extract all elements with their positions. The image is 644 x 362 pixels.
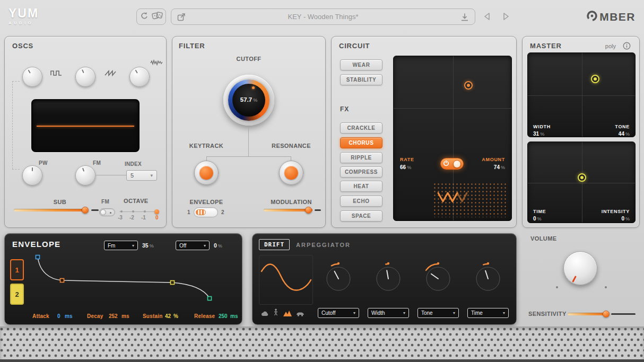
xy-pad-handle[interactable] (591, 75, 599, 83)
octave-tick[interactable] (120, 210, 123, 213)
envelope-graph[interactable] (29, 253, 236, 312)
decay-value[interactable]: 252 (109, 313, 118, 319)
preset-name[interactable]: KEY - Wooden Things* (171, 9, 475, 24)
envelope-mod-target-2-select[interactable]: Off (176, 241, 210, 250)
envelope-option-2[interactable]: 2 (221, 209, 224, 215)
logo-subtext: AUDIO (8, 21, 39, 25)
randomize-dice-icon[interactable] (152, 11, 163, 23)
fx-echo-button[interactable]: ECHO (340, 196, 382, 207)
drift-amount-knob-3[interactable] (421, 262, 455, 296)
brand-text: MBER (599, 11, 636, 23)
power-icon (443, 159, 449, 169)
fx-heat-button[interactable]: HEAT (340, 181, 382, 192)
drift-amount-knob-4[interactable] (471, 262, 505, 296)
sub-slider-thumb[interactable] (82, 207, 89, 214)
rate-value: 66% (400, 164, 411, 170)
fm-switch-label: FM (101, 199, 109, 205)
drift-amount-knob-1[interactable] (321, 262, 355, 296)
preset-browser-bar[interactable]: KEY - Wooden Things* (171, 8, 475, 25)
envelope-tab-2[interactable]: 2 (10, 284, 24, 305)
decay-label: Decay (87, 313, 103, 319)
octave-tick[interactable] (144, 210, 146, 213)
intensity-value: 0% (621, 216, 630, 222)
decay-handle[interactable] (60, 279, 64, 282)
mod-route-line (12, 81, 20, 82)
resonance-knob[interactable] (279, 161, 303, 185)
osc3-level-knob[interactable] (129, 67, 150, 87)
fx-label: FX (340, 105, 349, 113)
envelope-option-1[interactable]: 1 (187, 209, 190, 215)
width-tone-xy-pad[interactable]: WIDTH 31% TONE 44% (527, 52, 636, 137)
filter-envelope-switch[interactable] (194, 207, 218, 217)
time-intensity-xy-pad[interactable]: TIME 0% INTENSITY 0% (527, 142, 636, 223)
xy-pad-handle[interactable] (464, 81, 473, 90)
drift-target-1-select[interactable]: Cutoff (318, 308, 359, 318)
mod-route-line (12, 81, 13, 169)
voice-mode-selector[interactable]: poly (605, 43, 616, 49)
sensitivity-slider-thumb[interactable] (603, 311, 610, 317)
drift-target-3-select[interactable]: Tone (417, 308, 459, 318)
drift-target-2-select[interactable]: Width (368, 308, 409, 318)
stability-button[interactable]: STABILITY (340, 74, 382, 85)
tab-arpeggiator[interactable]: ARPEGGIATOR (296, 242, 351, 248)
wear-button[interactable]: WEAR (340, 59, 382, 70)
envelope-mod-target-1-select[interactable]: Fm (104, 241, 138, 250)
synth-plugin-window: YUM AUDIO KEY - Wooden Things* MBER OSCS (0, 0, 644, 362)
drift-mode-mountain-icon[interactable] (283, 309, 292, 319)
prev-preset-button[interactable] (483, 12, 491, 23)
drift-mode-person-icon[interactable] (273, 308, 279, 318)
sustain-value[interactable]: 42 (165, 313, 171, 319)
octave-minus2[interactable]: -2 (129, 215, 134, 220)
sustain-handle[interactable] (171, 281, 175, 285)
logo-text: YUM (8, 6, 39, 21)
next-preset-button[interactable] (502, 12, 510, 23)
fm-knob[interactable] (75, 165, 95, 186)
keytrack-knob[interactable] (194, 161, 219, 185)
fx-compress-button[interactable]: COMPRESS (340, 166, 382, 178)
pad-crosshair-v (582, 142, 582, 223)
octave-minus3[interactable]: -3 (118, 215, 123, 220)
attack-handle[interactable] (36, 255, 40, 259)
pw-knob[interactable] (22, 165, 42, 186)
chorus-xy-pad[interactable]: RATE 66% AMOUNT 74% (393, 56, 512, 221)
sub-slider[interactable] (14, 206, 99, 214)
fx-power-toggle[interactable] (440, 158, 464, 170)
modulation-slider[interactable] (264, 206, 322, 214)
info-icon[interactable] (623, 42, 631, 52)
index-select[interactable]: 5 (126, 170, 157, 181)
osc2-level-knob[interactable] (75, 67, 95, 87)
power-toggle-knob[interactable] (453, 160, 461, 168)
drift-mode-car-icon[interactable] (296, 310, 304, 319)
save-download-icon[interactable] (460, 12, 469, 24)
drift-mode-cloud-icon[interactable] (261, 310, 269, 319)
sensitivity-slider[interactable] (568, 310, 637, 317)
attack-unit: ms (65, 313, 72, 319)
osc1-level-knob[interactable] (22, 67, 42, 87)
volume-knob[interactable] (563, 251, 597, 285)
keytrack-label: KEYTRACK (185, 143, 228, 149)
octave-zero[interactable]: 0 (155, 215, 159, 220)
fx-chorus-button[interactable]: CHORUS (340, 137, 382, 148)
cutoff-knob[interactable]: 57.7 % (223, 75, 274, 126)
undo-icon[interactable] (140, 11, 149, 23)
fm-toggle[interactable] (99, 208, 115, 216)
envelope-switch-knob[interactable] (196, 209, 206, 215)
xy-pad-handle[interactable] (578, 173, 586, 182)
release-handle[interactable] (208, 297, 212, 301)
fx-crackle-button[interactable]: CRACKLE (340, 122, 382, 134)
octave-tick[interactable] (132, 210, 134, 213)
fx-ripple-button[interactable]: RIPPLE (340, 152, 382, 163)
fx-space-button[interactable]: SPACE (340, 210, 382, 222)
envelope-tab-1[interactable]: 1 (10, 259, 24, 280)
drift-amount-knob-2[interactable] (371, 262, 405, 296)
modulation-slider-thumb[interactable] (305, 207, 312, 214)
release-value[interactable]: 250 (219, 313, 228, 319)
drift-target-4-select[interactable]: Time (467, 308, 509, 318)
octave-selected-dot[interactable] (154, 209, 159, 214)
osc-waveform-display (31, 99, 140, 152)
tab-drift[interactable]: DRIFT (259, 239, 290, 250)
attack-value[interactable]: 0 (57, 313, 60, 319)
drift-panel: DRIFT ARPEGGIATOR (252, 233, 517, 325)
octave-minus1[interactable]: -1 (141, 215, 146, 220)
square-wave-icon (50, 69, 62, 79)
